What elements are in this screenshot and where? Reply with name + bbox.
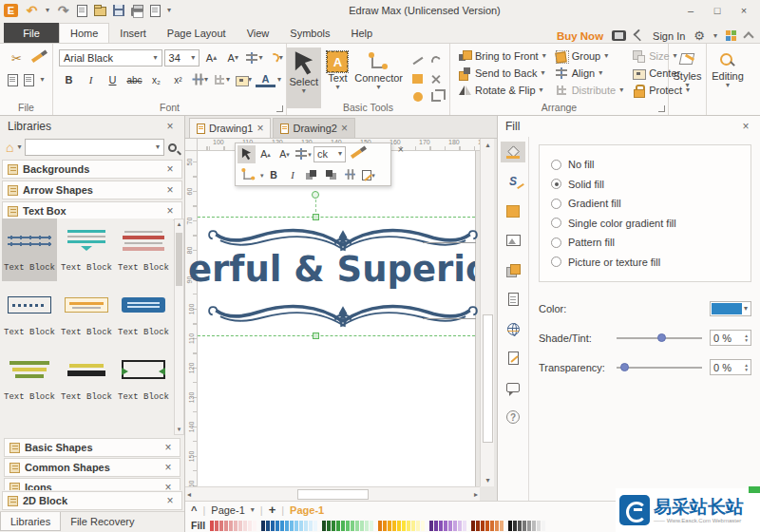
palette-color[interactable] xyxy=(299,521,303,531)
underline-button[interactable]: U xyxy=(103,71,123,88)
palette-color[interactable] xyxy=(402,521,406,531)
color-palette-strip[interactable] xyxy=(210,521,546,531)
shade-tint-slider[interactable] xyxy=(617,332,702,345)
section-close-icon[interactable]: × xyxy=(163,494,177,507)
palette-color[interactable] xyxy=(416,521,420,531)
horizontal-scrollbar-thumb[interactable] xyxy=(297,489,369,500)
hyperlink-tab-icon[interactable] xyxy=(501,318,525,339)
tab-page-layout[interactable]: Page Layout xyxy=(157,23,237,43)
note-tab-icon[interactable] xyxy=(501,348,525,369)
fill-panel-close-icon[interactable]: × xyxy=(739,120,752,133)
minibar-increase-font-button[interactable]: A▴ xyxy=(256,145,275,163)
rotation-handle[interactable] xyxy=(312,191,319,199)
minibar-spacing-button[interactable] xyxy=(341,166,359,184)
text-block-thumb-8[interactable]: Text Block xyxy=(59,348,114,410)
fill-tab-icon[interactable] xyxy=(501,142,525,162)
page-setup-tab-icon[interactable] xyxy=(501,289,525,310)
section-close-icon[interactable]: × xyxy=(163,183,177,197)
palette-color[interactable] xyxy=(429,521,433,531)
palette-color[interactable] xyxy=(276,521,279,531)
library-section-backgrounds[interactable]: Backgrounds × xyxy=(2,160,182,179)
palette-color[interactable] xyxy=(383,521,387,531)
minibar-decrease-font-button[interactable]: A▾ xyxy=(276,145,294,163)
page-tab-caret-icon[interactable]: ▾ xyxy=(251,506,255,514)
connector-tool-button[interactable]: Connector▾ xyxy=(354,48,403,108)
text-block-thumb-2[interactable]: Text Block xyxy=(59,218,114,281)
palette-color[interactable] xyxy=(439,521,443,531)
radio-no-fill[interactable]: No fill xyxy=(551,155,739,175)
minimize-button[interactable]: – xyxy=(678,2,703,19)
paste-special-icon[interactable] xyxy=(150,5,161,17)
color-tab-icon[interactable] xyxy=(501,200,525,221)
section-close-icon[interactable]: × xyxy=(163,162,177,176)
undo-caret-icon[interactable]: ▾ xyxy=(46,7,49,14)
increase-font-button[interactable]: A▴ xyxy=(201,49,221,66)
buy-now-link[interactable]: Buy Now xyxy=(557,30,603,42)
group-button[interactable]: Group▾ xyxy=(553,48,626,64)
align-text-button[interactable]: ▾ xyxy=(245,49,265,66)
palette-color[interactable] xyxy=(238,521,242,531)
selection-top-edge[interactable] xyxy=(198,217,475,218)
library-scrollbar-thumb[interactable] xyxy=(176,233,182,286)
share-icon[interactable] xyxy=(634,28,646,41)
library-search-input[interactable]: ▾ xyxy=(25,139,164,156)
palette-color[interactable] xyxy=(327,521,331,531)
layers-tab-icon[interactable] xyxy=(501,259,525,280)
superscript-button[interactable]: x² xyxy=(168,71,188,88)
palette-color[interactable] xyxy=(248,521,252,531)
comment-tab-icon[interactable] xyxy=(501,377,525,398)
text-block-thumb-9[interactable]: Text Block xyxy=(116,348,171,410)
radio-solid-fill[interactable]: Solid fill xyxy=(551,175,739,195)
section-close-icon[interactable]: × xyxy=(162,441,175,454)
palette-color[interactable] xyxy=(378,521,382,531)
palette-color[interactable] xyxy=(253,521,256,531)
palette-color[interactable] xyxy=(280,521,284,531)
bullets-button[interactable]: ▾ xyxy=(212,71,232,88)
minibar-bold-button[interactable]: B xyxy=(265,166,283,184)
transparency-slider-thumb[interactable] xyxy=(620,363,629,371)
palette-color[interactable] xyxy=(210,521,214,531)
palette-color[interactable] xyxy=(360,521,364,531)
minibar-format-painter-button[interactable] xyxy=(347,145,365,163)
font-dialog-launcher[interactable] xyxy=(276,105,283,112)
palette-color[interactable] xyxy=(314,521,317,531)
text-block-thumb-11[interactable] xyxy=(59,412,114,429)
italic-button[interactable]: I xyxy=(81,71,101,88)
palette-color[interactable] xyxy=(322,521,326,531)
horizontal-scrollbar[interactable]: ◂ ▸ xyxy=(185,486,480,501)
tab-view[interactable]: View xyxy=(237,23,280,43)
undo-icon[interactable]: ↶ xyxy=(25,4,39,17)
text-block-thumb-5[interactable]: Text Block xyxy=(59,283,114,346)
palette-color[interactable] xyxy=(309,521,313,531)
settings-caret-icon[interactable]: ▾ xyxy=(713,32,717,40)
help-tab-icon[interactable]: ? xyxy=(501,407,525,428)
palette-color[interactable] xyxy=(518,521,522,531)
tab-symbols[interactable]: Symbols xyxy=(279,23,340,43)
library-section-text-box[interactable]: Text Box × xyxy=(2,201,182,220)
bold-button[interactable]: B xyxy=(59,71,79,88)
vertical-scrollbar-thumb[interactable] xyxy=(483,314,493,443)
minibar-connector-button[interactable]: ▾ xyxy=(238,166,264,184)
library-section-2d-block[interactable]: 2D Block × xyxy=(2,491,182,510)
home-icon[interactable]: ⌂ xyxy=(6,141,13,154)
palette-color[interactable] xyxy=(411,521,415,531)
align-button[interactable]: Align▾ xyxy=(553,65,626,81)
palette-color[interactable] xyxy=(219,521,223,531)
palette-color[interactable] xyxy=(355,521,359,531)
styles-button[interactable]: Styles▾ xyxy=(669,48,706,108)
text-block-thumb-12[interactable] xyxy=(116,412,171,429)
text-block-thumb-3[interactable]: Text Block xyxy=(116,218,171,281)
palette-color[interactable] xyxy=(266,521,270,531)
minibar-font-combo[interactable]: ck▾ xyxy=(314,146,346,162)
paste-caret-icon[interactable]: ▾ xyxy=(40,76,44,84)
collapse-ribbon-icon[interactable] xyxy=(743,31,753,42)
palette-color[interactable] xyxy=(476,521,480,531)
palette-color[interactable] xyxy=(397,521,401,531)
text-block-thumb-6[interactable]: Text Block xyxy=(116,283,171,346)
tab-home[interactable]: Home xyxy=(59,23,109,43)
palette-color[interactable] xyxy=(448,521,452,531)
rotate-flip-button[interactable]: Rotate & Flip▾ xyxy=(456,82,549,98)
palette-color[interactable] xyxy=(392,521,396,531)
search-icon[interactable] xyxy=(168,143,177,152)
minibar-send-backward-button[interactable] xyxy=(322,166,340,184)
